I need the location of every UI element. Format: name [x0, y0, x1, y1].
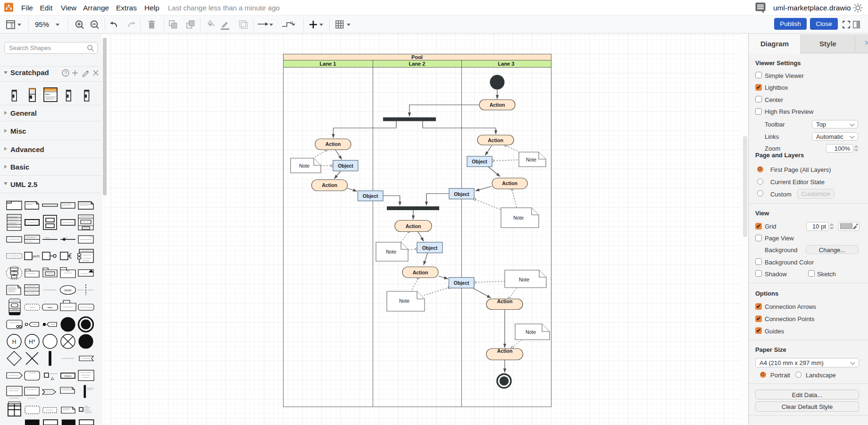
svg-text:Object: Object: [363, 193, 378, 199]
svg-text:Lane 2: Lane 2: [409, 61, 426, 67]
svg-text:H*: H*: [29, 339, 35, 345]
svg-text:icon: icon: [65, 288, 72, 292]
svg-text:Lane 3: Lane 3: [498, 61, 515, 67]
svg-text:Note: Note: [526, 329, 536, 335]
svg-text:Action1: Action1: [64, 375, 72, 377]
svg-text:Action: Action: [406, 223, 421, 229]
svg-text:Action: Action: [488, 137, 503, 143]
svg-text:Action: Action: [322, 182, 337, 188]
svg-text:Action: Action: [326, 141, 341, 147]
svg-text:Test: Test: [66, 270, 70, 272]
svg-text:Pool: Pool: [411, 54, 423, 60]
svg-text:Note: Note: [519, 277, 529, 282]
svg-text:Action: Action: [490, 102, 505, 108]
svg-text:Object: Object: [472, 159, 487, 164]
svg-text:Object: Object: [422, 245, 438, 251]
svg-text:Lane 1: Lane 1: [320, 61, 336, 67]
svg-text:Action: Action: [413, 270, 428, 275]
svg-text:Note: Note: [513, 215, 524, 221]
svg-text:port1: port1: [33, 255, 40, 258]
svg-text:H: H: [12, 339, 17, 345]
svg-text:Action: Action: [497, 348, 513, 354]
svg-text:State: State: [48, 306, 52, 309]
svg-text:Object: Object: [454, 280, 469, 286]
svg-text:Action: Action: [502, 180, 517, 186]
svg-text:Object: Object: [454, 191, 469, 197]
svg-text:Note: Note: [526, 157, 536, 162]
svg-text:Action: Action: [497, 298, 513, 304]
svg-text:Step 1: Step 1: [45, 94, 50, 95]
svg-text:Note: Note: [399, 298, 409, 304]
svg-text:Note: Note: [386, 249, 396, 255]
svg-text:Note: Note: [299, 163, 309, 169]
svg-text:Object: Object: [338, 163, 353, 169]
